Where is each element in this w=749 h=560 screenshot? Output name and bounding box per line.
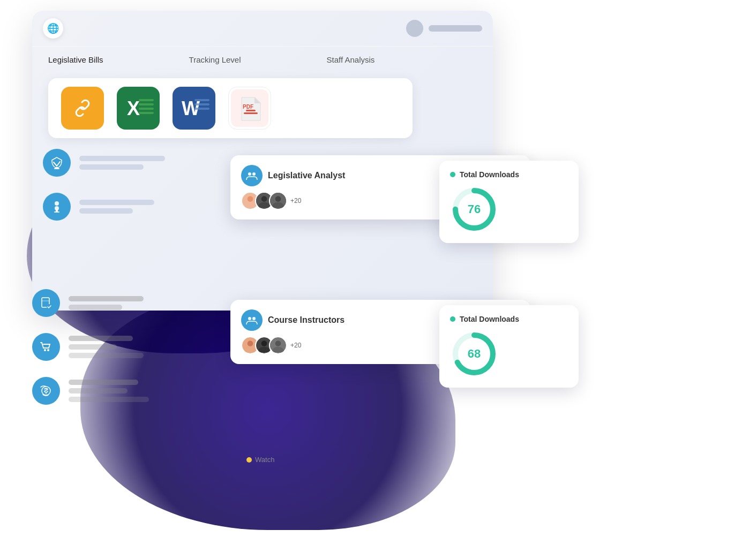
document-icon <box>32 289 60 317</box>
left-icon-row-document <box>32 289 149 317</box>
green-dot-2 <box>450 316 455 322</box>
analyst-avatars: +20 <box>241 192 345 210</box>
svg-point-38 <box>275 340 281 346</box>
list-line <box>79 200 154 205</box>
left-lines-1 <box>69 296 144 310</box>
svg-rect-8 <box>194 99 209 101</box>
svg-rect-10 <box>194 108 209 110</box>
downloads-header-2: Total Downloads <box>450 315 519 323</box>
left-icon-row-cart <box>32 333 149 361</box>
donut-1: 76 <box>450 185 498 233</box>
left-icons <box>32 289 149 405</box>
user-name-bar <box>429 25 482 32</box>
svg-point-26 <box>261 196 267 202</box>
left-line <box>69 344 117 350</box>
instructor-avatars: +20 <box>241 336 344 354</box>
donut-label-2: 68 <box>468 347 481 361</box>
svg-point-24 <box>248 196 253 202</box>
left-icon-row-currency <box>32 377 149 405</box>
instructor-card-title: Course Instructors <box>268 315 344 325</box>
list-lines-2 <box>79 200 154 214</box>
left-line <box>69 305 122 310</box>
left-line <box>69 353 144 358</box>
user-avatar <box>406 20 423 37</box>
left-line <box>69 388 128 393</box>
left-line <box>69 336 133 341</box>
instructor-avatar-3 <box>269 336 287 354</box>
svg-rect-5 <box>139 112 154 114</box>
analyst-card-header: Legislative Analyst <box>241 165 345 186</box>
svg-point-17 <box>55 201 59 206</box>
downloads-label-1: Total Downloads <box>460 170 519 179</box>
tab-staff-analysis[interactable]: Staff Analysis <box>327 55 375 64</box>
svg-point-21 <box>248 172 251 176</box>
instructor-card-left: Course Instructors <box>241 309 344 354</box>
svg-point-36 <box>261 340 267 346</box>
pdf-file-icon[interactable]: PDF <box>228 87 271 130</box>
list-line <box>79 164 144 170</box>
svg-point-28 <box>275 196 281 202</box>
analyst-group-icon <box>241 165 263 186</box>
svg-text:X: X <box>127 97 140 119</box>
donut-2: 68 <box>450 330 498 378</box>
instructor-avatar-count: +20 <box>290 342 301 349</box>
svg-point-43 <box>44 349 46 351</box>
svg-rect-19 <box>56 209 58 211</box>
downloads-header-1: Total Downloads <box>450 170 519 179</box>
left-line <box>69 380 138 385</box>
nav-tabs: Legislative Bills Tracking Level Staff A… <box>32 47 493 73</box>
law-icon <box>43 149 71 177</box>
svg-rect-4 <box>139 108 154 110</box>
list-line <box>79 208 133 214</box>
list-line <box>79 156 165 161</box>
excel-file-icon[interactable]: X <box>117 87 160 130</box>
currency-icon <box>32 377 60 405</box>
svg-point-22 <box>252 172 256 176</box>
analyst-card-title: Legislative Analyst <box>268 171 345 180</box>
svg-point-32 <box>252 317 256 320</box>
svg-point-34 <box>248 340 253 346</box>
downloads-label-2: Total Downloads <box>460 315 519 323</box>
svg-point-31 <box>248 317 251 320</box>
watch-label: Watch <box>246 456 274 464</box>
svg-rect-16 <box>54 168 59 169</box>
top-bar: 🌐 <box>32 11 493 47</box>
app-logo: 🌐 <box>43 18 63 39</box>
downloads-card-1: Total Downloads 76 <box>439 161 579 243</box>
tab-tracking-level[interactable]: Tracking Level <box>189 55 241 64</box>
tab-legislative-bills[interactable]: Legislative Bills <box>48 55 103 64</box>
donut-label-1: 76 <box>468 202 481 216</box>
speaker-icon <box>43 193 71 221</box>
svg-point-44 <box>47 349 49 351</box>
instructor-group-icon <box>241 309 263 331</box>
downloads-card-2: Total Downloads 68 <box>439 305 579 388</box>
svg-text:PDF: PDF <box>243 104 253 110</box>
word-file-icon[interactable]: W <box>173 87 215 130</box>
watch-text: Watch <box>255 456 274 464</box>
left-line <box>69 296 144 301</box>
svg-rect-3 <box>139 103 154 105</box>
instructor-card-header: Course Instructors <box>241 309 344 331</box>
svg-rect-15 <box>55 167 58 168</box>
yellow-dot <box>246 457 252 463</box>
svg-rect-2 <box>139 99 154 101</box>
svg-rect-12 <box>246 110 256 111</box>
list-lines-1 <box>79 156 165 170</box>
svg-rect-9 <box>194 103 209 105</box>
link-file-icon[interactable] <box>61 87 104 130</box>
left-lines-3 <box>69 380 149 402</box>
analyst-avatar-count: +20 <box>290 197 301 205</box>
green-dot-1 <box>450 172 455 177</box>
svg-rect-20 <box>54 211 59 213</box>
file-icons-card: X W <box>48 78 413 138</box>
left-line <box>69 397 149 402</box>
left-lines-2 <box>69 336 144 358</box>
cart-icon <box>32 333 60 361</box>
analyst-card-left: Legislative Analyst <box>241 165 345 210</box>
analyst-avatar-3 <box>269 192 287 210</box>
top-bar-right <box>406 20 482 37</box>
svg-rect-13 <box>244 112 258 114</box>
